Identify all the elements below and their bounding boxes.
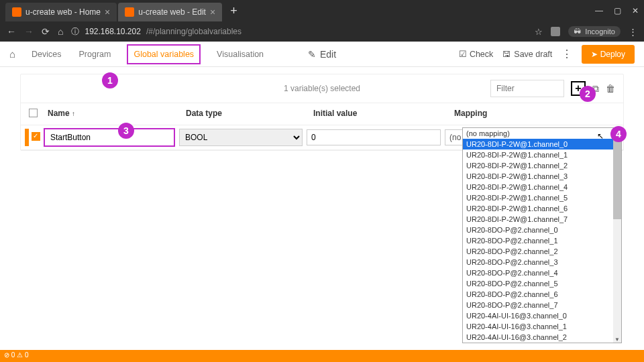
more-menu-icon[interactable]: ⋮ [561,48,572,60]
url-path: /#/planning/globalvariables [146,27,241,36]
annotation-badge-2: 2 [580,86,596,102]
tab-favicon [125,7,134,17]
new-tab-button[interactable]: + [223,4,244,18]
window-maximize[interactable]: ▢ [614,6,621,15]
annotation-badge-3: 3 [118,123,134,139]
incognito-icon: 🕶 [574,27,581,36]
check-icon: ☑ [459,49,467,59]
mapping-option[interactable]: UR20-8DI-P-2W@1.channel_3 [463,171,621,182]
status-bar: ⊘ 0 ⚠ 0 [0,350,644,362]
mapping-option[interactable]: UR20-4AI-UI-16@3.channel_1 [463,321,621,332]
col-header-init[interactable]: Initial value [313,109,454,119]
mapping-option[interactable]: UR20-8DO-P@2.channel_4 [463,267,621,278]
tab-favicon [12,7,21,17]
home-icon[interactable]: ⌂ [9,48,15,60]
scroll-down-icon[interactable]: ▼ [614,337,620,343]
close-icon[interactable]: × [105,7,110,17]
nav-visualisation[interactable]: Visualisation [215,43,265,66]
col-header-type[interactable]: Data type [186,109,313,119]
mapping-option[interactable]: UR20-8DI-P-2W@1.channel_1 [463,149,621,160]
annotation-badge-4: 4 [610,126,627,142]
nav-devices[interactable]: Devices [30,43,62,66]
sort-asc-icon: ↑ [72,110,75,117]
reload-button[interactable]: ⟳ [42,26,50,37]
page-title: ✎ Edit [308,49,336,60]
check-button[interactable]: ☑ Check [459,49,493,59]
tab-title: u-create web - Home [25,7,101,17]
deploy-icon: ➤ [591,50,600,59]
scrollbar-track[interactable]: ▲ ▼ [613,128,621,343]
browser-tab[interactable]: u-create web - Edit × [118,3,222,21]
incognito-badge: 🕶 Incognito [568,26,621,37]
mapping-option[interactable]: UR20-8DI-P-2W@1.channel_2 [463,160,621,171]
col-header-mapping[interactable]: Mapping [454,109,615,119]
row-checkbox[interactable] [32,132,40,141]
scrollbar-thumb[interactable] [613,139,621,219]
selection-count: 1 variable(s) selected [284,84,360,93]
nav-program[interactable]: Program [78,43,113,66]
browser-toolbar: ← → ⟳ ⌂ ⓘ 192.168.10.202/#/planning/glob… [0,21,644,42]
app-navbar: ⌂ Devices Program Global variables Visua… [0,42,644,67]
mapping-option[interactable]: UR20-8DO-P@2.channel_0 [463,225,621,235]
mapping-option[interactable]: UR20-8DI-P-2W@1.channel_5 [463,192,621,203]
browser-menu-icon[interactable]: ⋮ [629,27,637,37]
mapping-option[interactable]: UR20-4AI-UI-16@3.channel_0 [463,310,621,321]
save-draft-button[interactable]: 🖫 Save draft [502,50,552,59]
forward-button[interactable]: → [24,26,34,37]
mouse-cursor: ↖ [597,131,604,141]
url-host: 192.168.10.202 [85,27,140,36]
close-icon[interactable]: × [210,7,215,17]
mapping-dropdown: (no mapping)UR20-8DI-P-2W@1.channel_0UR2… [462,127,622,343]
datatype-select[interactable]: BOOL [179,129,303,146]
col-header-name[interactable]: Name ↑ [48,109,186,119]
mapping-option[interactable]: UR20-8DO-P@2.channel_5 [463,278,621,289]
delete-icon[interactable]: 🗑 [606,83,615,94]
initial-value-input[interactable] [307,129,441,145]
mapping-option[interactable]: UR20-8DO-P@2.channel_7 [463,300,621,310]
mapping-option[interactable]: UR20-8DI-P-2W@1.channel_6 [463,203,621,214]
mapping-option[interactable]: UR20-8DO-P@2.channel_3 [463,257,621,267]
mapping-option[interactable]: UR20-8DO-P@2.channel_6 [463,289,621,300]
annotation-badge-1: 1 [102,72,118,88]
extension-icon[interactable] [551,27,560,36]
window-minimize[interactable]: — [595,6,603,15]
address-bar[interactable]: ⓘ 192.168.10.202/#/planning/globalvariab… [71,26,527,38]
home-button[interactable]: ⌂ [58,26,63,37]
mapping-option[interactable]: UR20-8DI-P-2W@1.channel_4 [463,182,621,192]
table-header: Name ↑ Data type Initial value Mapping [21,103,623,125]
bookmark-icon[interactable]: ☆ [535,27,543,37]
not-secure-icon: ⓘ [71,26,79,38]
browser-tab[interactable]: u-create web - Home × [5,3,117,21]
browser-tabstrip: u-create web - Home × u-create web - Edi… [0,0,644,21]
mapping-option[interactable]: UR20-8DI-P-2W@1.channel_7 [463,214,621,225]
mapping-option[interactable]: UR20-8DO-P@2.channel_2 [463,246,621,257]
select-all-checkbox[interactable] [29,109,38,117]
variable-name-input[interactable] [44,128,175,147]
tab-title: u-create web - Edit [138,7,206,17]
filter-input[interactable] [490,80,564,97]
mapping-option[interactable]: UR20-8DO-P@2.channel_1 [463,235,621,246]
nav-global-variables[interactable]: Global variables [127,44,201,64]
mapping-option[interactable]: UR20-4AI-UI-16@3.channel_2 [463,332,621,343]
save-icon: 🖫 [502,50,511,59]
window-close[interactable]: ✕ [632,6,639,15]
deploy-button[interactable]: ➤ Deploy [582,45,635,64]
back-button[interactable]: ← [7,26,16,37]
edit-icon: ✎ [308,49,316,60]
row-marker [25,129,29,146]
